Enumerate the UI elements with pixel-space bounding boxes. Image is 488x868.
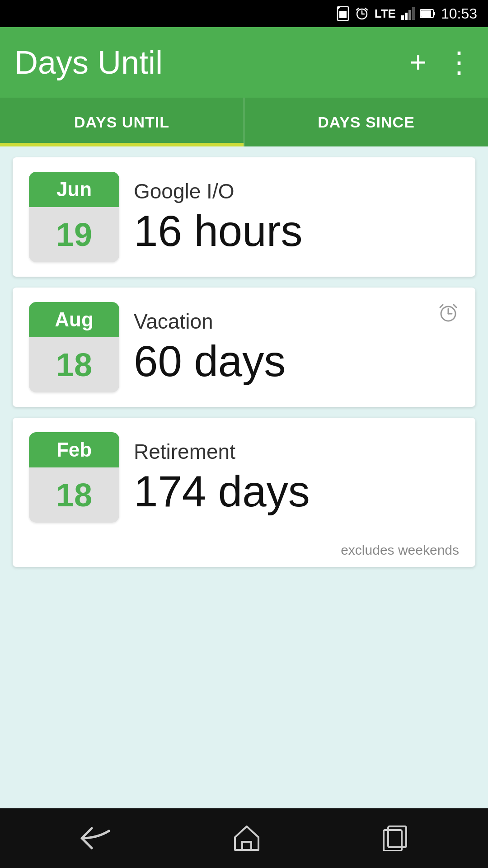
recents-icon [382,826,409,851]
svg-rect-13 [433,12,435,15]
card-vacation[interactable]: Aug 18 Vacation 60 days [13,288,475,407]
recents-button[interactable] [382,826,409,851]
home-button[interactable] [233,825,260,852]
app-bar: Days Until + ⋮ [0,27,488,98]
svg-rect-8 [401,15,404,20]
svg-rect-21 [242,842,251,850]
card-title-vacation: Vacation [134,309,459,334]
content-area: Jun 19 Google I/O 16 hours Aug 18 Vacati… [0,146,488,808]
signal-icon [401,7,415,20]
calendar-month-google-io: Jun [29,172,119,207]
card-content-google-io: Google I/O 16 hours [134,179,459,255]
card-title-google-io: Google I/O [134,179,459,203]
calendar-google-io: Jun 19 [29,172,119,262]
nav-bar [0,808,488,868]
card-title-retirement: Retirement [134,439,459,464]
svg-rect-11 [412,7,415,20]
card-countdown-google-io: 16 hours [134,207,459,255]
tab-days-until-label: DAYS UNTIL [74,113,169,131]
status-time: 10:53 [441,5,477,22]
battery-icon [420,9,436,19]
card-content-vacation: Vacation 60 days [134,309,459,385]
calendar-vacation: Aug 18 [29,302,119,392]
back-icon [79,826,112,850]
calendar-day-google-io: 19 [29,207,119,262]
tabs-bar: DAYS UNTIL DAYS SINCE [0,98,488,146]
calendar-retirement: Feb 18 [29,432,119,523]
sim-icon [337,6,349,21]
card-countdown-vacation: 60 days [134,337,459,385]
status-icons: LTE 10:53 [337,5,477,22]
card-content-retirement: Retirement 174 days [134,439,459,515]
app-bar-actions: + ⋮ [410,48,474,77]
back-button[interactable] [79,826,112,850]
app-title: Days Until [14,44,410,81]
add-button[interactable]: + [410,48,427,77]
calendar-month-retirement: Feb [29,432,119,467]
svg-line-7 [365,8,367,10]
svg-rect-10 [408,10,411,20]
svg-line-6 [357,8,359,10]
svg-marker-20 [235,826,258,850]
card-retirement[interactable]: Feb 18 Retirement 174 days excludes week… [13,418,475,567]
tab-active-indicator [0,143,244,146]
tab-days-since[interactable]: DAYS SINCE [244,98,488,146]
svg-rect-14 [421,10,431,17]
tab-days-until[interactable]: DAYS UNTIL [0,98,244,146]
card-countdown-retirement: 174 days [134,467,459,515]
alarm-icon-vacation [437,302,459,324]
svg-rect-1 [339,11,347,18]
status-bar: LTE 10:53 [0,0,488,27]
tab-days-since-label: DAYS SINCE [318,113,415,131]
more-menu-button[interactable]: ⋮ [445,48,474,77]
lte-icon: LTE [375,7,396,21]
calendar-month-vacation: Aug [29,302,119,337]
card-note-retirement: excludes weekends [341,542,459,557]
home-icon [233,825,260,852]
svg-line-19 [454,305,456,307]
calendar-day-retirement: 18 [29,467,119,523]
svg-line-18 [440,305,443,307]
calendar-day-vacation: 18 [29,337,119,392]
card-google-io[interactable]: Jun 19 Google I/O 16 hours [13,157,475,277]
svg-rect-9 [405,13,408,20]
alarm-icon [355,6,369,21]
